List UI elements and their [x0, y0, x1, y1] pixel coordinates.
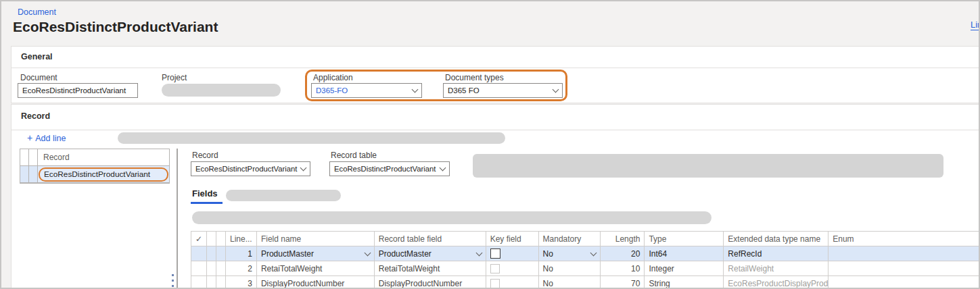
application-field-label: Application: [313, 73, 353, 82]
cell-key-field: [486, 261, 539, 275]
splitter-grip-icon[interactable]: [172, 274, 174, 276]
record-dropdown[interactable]: EcoResDistinctProductVariant: [191, 161, 310, 176]
cell-record-table-field[interactable]: DisplayProductNumber: [375, 276, 486, 289]
document-input-value: EcoResDistinctProductVariant: [22, 86, 126, 95]
key-field-checkbox[interactable]: [490, 248, 500, 259]
cell-mandatory-dropdown[interactable]: No: [539, 246, 601, 261]
header-cell-edt[interactable]: Extended data type name: [724, 232, 829, 246]
header-cell-enum[interactable]: Enum: [829, 232, 980, 246]
add-line-button[interactable]: +Add line: [27, 132, 66, 143]
pane-splitter[interactable]: [177, 149, 178, 289]
document-types-dropdown[interactable]: D365 FO: [443, 83, 563, 98]
detail-redacted-block: [473, 154, 943, 178]
header-cell-record-table-field[interactable]: Record table field: [375, 232, 486, 246]
record-table-detail-label: Record table: [331, 151, 377, 160]
row-selector-cell[interactable]: [20, 166, 29, 182]
app-window: Document EcoResDistinctProductVariant Li…: [0, 0, 980, 289]
record-grid-value-highlighted[interactable]: EcoResDistinctProductVariant: [39, 167, 168, 182]
cell-mandatory[interactable]: No: [539, 276, 601, 289]
cell-field-name[interactable]: RetaiTotalWeight: [257, 261, 375, 275]
general-section-title[interactable]: General: [21, 52, 53, 61]
record-grid-value-cell[interactable]: EcoResDistinctProductVariant: [38, 166, 169, 182]
cell-type[interactable]: Int64: [645, 246, 724, 261]
cell-enum[interactable]: [829, 276, 980, 289]
lines-link[interactable]: Lin: [971, 20, 980, 30]
fields-table-header-row: ✓ Line... Field name Record table field …: [191, 232, 980, 246]
splitter-grip-icon[interactable]: [172, 280, 174, 282]
cell-edt[interactable]: RefRecId: [724, 246, 829, 261]
cell-edt[interactable]: RetailWeight: [724, 261, 829, 275]
record-detail-label: Record: [192, 151, 218, 160]
cell-length[interactable]: 70: [601, 276, 645, 289]
row-marker-cell: [216, 261, 226, 275]
header-cell-line[interactable]: Line...: [226, 232, 257, 246]
record-table-dropdown[interactable]: EcoResDistinctProductVariant: [329, 161, 450, 176]
header-cell-key-field[interactable]: Key field: [486, 232, 539, 246]
header-cell-empty: [207, 232, 216, 246]
document-input[interactable]: EcoResDistinctProductVariant: [18, 83, 138, 98]
cell-line: 3: [226, 276, 257, 289]
checkmark-icon: ✓: [195, 234, 202, 244]
toolbar-redacted: [118, 132, 505, 144]
cell-type[interactable]: String: [645, 276, 724, 289]
chevron-down-icon: [440, 165, 446, 172]
cell-length[interactable]: 20: [601, 246, 645, 261]
chevron-down-icon: [412, 86, 419, 93]
record-table-dropdown-value: EcoResDistinctProductVariant: [334, 165, 436, 173]
header-cell-empty: [216, 232, 226, 246]
row-marker-cell: [216, 276, 226, 289]
key-field-checkbox[interactable]: [490, 264, 500, 273]
cell-mandatory[interactable]: No: [539, 261, 601, 275]
header-cell-length[interactable]: Length: [601, 232, 645, 246]
select-all-header-cell[interactable]: ✓: [191, 232, 207, 246]
splitter-grip-icon[interactable]: [172, 285, 174, 287]
record-section-title[interactable]: Record: [21, 111, 50, 121]
chevron-down-icon: [553, 86, 559, 93]
row-marker-cell: [207, 276, 216, 289]
cell-type[interactable]: Integer: [645, 261, 724, 275]
record-grid-header-record[interactable]: Record: [38, 149, 169, 165]
cell-record-table-field-dropdown[interactable]: ProductMaster: [375, 246, 486, 261]
record-dropdown-value: EcoResDistinctProductVariant: [195, 165, 297, 173]
divider: [11, 130, 980, 130]
chevron-down-icon: [364, 249, 371, 256]
row-select-cell[interactable]: [191, 261, 207, 275]
chevron-down-icon: [475, 249, 482, 256]
cell-key-field: [486, 246, 539, 261]
cell-record-table-field[interactable]: RetaiTotalWeight: [375, 261, 486, 275]
document-types-field-label: Document types: [445, 73, 504, 82]
table-row[interactable]: 1 ProductMaster ProductMaster No 20 Int6…: [191, 246, 980, 261]
breadcrumb[interactable]: Document: [18, 7, 56, 17]
header-cell-field-name[interactable]: Field name: [257, 232, 375, 246]
application-dropdown-value: D365-FO: [316, 86, 348, 95]
grid-toolbar-redacted: [192, 211, 711, 224]
cell-edt[interactable]: EcoResProductDisplayProduct...: [724, 276, 829, 289]
cell-length[interactable]: 10: [601, 261, 645, 275]
table-row[interactable]: 2 RetaiTotalWeight RetaiTotalWeight No 1…: [191, 261, 980, 276]
tab-fields[interactable]: Fields: [192, 188, 218, 199]
plus-icon: +: [27, 132, 32, 143]
header-cell-type[interactable]: Type: [645, 232, 724, 246]
project-redacted-value[interactable]: [162, 84, 281, 97]
chevron-down-icon: [590, 249, 597, 256]
record-grid-header-row: Record: [20, 149, 169, 166]
row-marker-cell[interactable]: [29, 166, 38, 182]
record-grid: Record EcoResDistinctProductVariant: [20, 149, 170, 184]
fields-table: ✓ Line... Field name Record table field …: [191, 231, 980, 289]
cell-enum[interactable]: [829, 261, 980, 275]
key-field-checkbox[interactable]: [490, 279, 500, 288]
cell-field-name[interactable]: DisplayProductNumber: [257, 276, 375, 289]
cell-field-name-dropdown[interactable]: ProductMaster: [257, 246, 375, 261]
table-row[interactable]: 3 DisplayProductNumber DisplayProductNum…: [191, 276, 980, 289]
document-types-dropdown-value: D365 FO: [448, 86, 480, 95]
cell-enum[interactable]: [829, 246, 980, 261]
row-select-cell[interactable]: [191, 246, 207, 261]
project-field-label: Project: [162, 73, 187, 82]
application-dropdown[interactable]: D365-FO: [311, 83, 422, 98]
divider: [11, 68, 980, 68]
row-marker-cell: [216, 246, 226, 261]
row-marker-cell: [207, 261, 216, 275]
record-grid-row[interactable]: EcoResDistinctProductVariant: [20, 166, 169, 183]
header-cell-mandatory[interactable]: Mandatory: [539, 232, 601, 246]
row-select-cell[interactable]: [191, 276, 207, 289]
